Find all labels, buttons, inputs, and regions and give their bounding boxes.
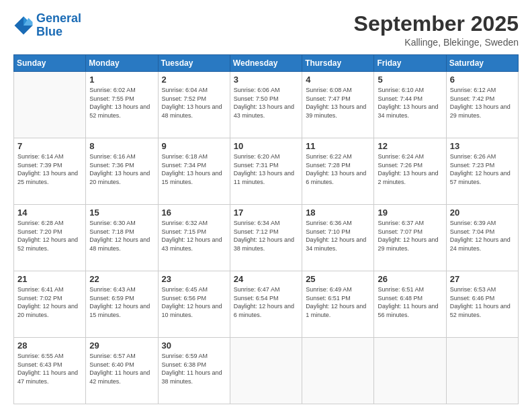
day-info: Sunrise: 6:41 AMSunset: 7:02 PMDaylight:…: [17, 285, 82, 319]
day-info: Sunrise: 6:08 AMSunset: 7:47 PMDaylight:…: [306, 86, 370, 120]
day-info: Sunrise: 6:10 AMSunset: 7:44 PMDaylight:…: [378, 86, 442, 120]
page: General Blue September 2025 Kallinge, Bl…: [0, 0, 532, 411]
day-info: Sunrise: 6:43 AMSunset: 6:59 PMDaylight:…: [89, 285, 154, 319]
day-number: 2: [162, 75, 226, 85]
logo-blue: Blue: [36, 25, 62, 38]
calendar-cell: 12 Sunrise: 6:24 AMSunset: 7:26 PMDaylig…: [374, 138, 446, 205]
day-info: Sunrise: 6:55 AMSunset: 6:43 PMDaylight:…: [17, 352, 82, 385]
day-number: 18: [306, 208, 370, 218]
header-friday: Friday: [374, 55, 446, 72]
day-number: 12: [378, 141, 442, 151]
calendar-cell: 29 Sunrise: 6:57 AMSunset: 6:40 PMDaylig…: [86, 338, 158, 404]
calendar-cell: 13 Sunrise: 6:26 AMSunset: 7:23 PMDaylig…: [446, 138, 518, 205]
day-number: 7: [17, 141, 82, 151]
calendar-cell: [302, 338, 374, 404]
calendar-cell: 22 Sunrise: 6:43 AMSunset: 6:59 PMDaylig…: [86, 271, 158, 338]
calendar-cell: [230, 338, 302, 404]
calendar-table: Sunday Monday Tuesday Wednesday Thursday…: [13, 54, 519, 404]
calendar-week-row-1: 1 Sunrise: 6:02 AMSunset: 7:55 PMDayligh…: [14, 72, 519, 138]
calendar-cell: 14 Sunrise: 6:28 AMSunset: 7:20 PMDaylig…: [14, 205, 86, 271]
day-number: 17: [234, 208, 298, 218]
logo-icon: [13, 15, 34, 36]
calendar-cell: 17 Sunrise: 6:34 AMSunset: 7:12 PMDaylig…: [230, 205, 302, 271]
day-number: 3: [234, 75, 298, 85]
calendar-cell: 26 Sunrise: 6:51 AMSunset: 6:48 PMDaylig…: [374, 271, 446, 338]
day-info: Sunrise: 6:26 AMSunset: 7:23 PMDaylight:…: [450, 152, 515, 186]
day-number: 30: [162, 340, 226, 351]
day-info: Sunrise: 6:30 AMSunset: 7:18 PMDaylight:…: [89, 219, 154, 253]
calendar-cell: [14, 72, 86, 138]
day-number: 15: [89, 208, 154, 218]
day-info: Sunrise: 6:32 AMSunset: 7:15 PMDaylight:…: [162, 219, 226, 253]
day-number: 10: [234, 141, 298, 151]
calendar-cell: 27 Sunrise: 6:53 AMSunset: 6:46 PMDaylig…: [446, 271, 518, 338]
logo-text: General Blue: [36, 12, 81, 39]
calendar-week-row-5: 28 Sunrise: 6:55 AMSunset: 6:43 PMDaylig…: [14, 338, 519, 404]
day-info: Sunrise: 6:57 AMSunset: 6:40 PMDaylight:…: [89, 352, 154, 385]
day-number: 5: [378, 75, 442, 85]
day-number: 6: [450, 75, 515, 85]
calendar-cell: 23 Sunrise: 6:45 AMSunset: 6:56 PMDaylig…: [158, 271, 230, 338]
day-info: Sunrise: 6:47 AMSunset: 6:54 PMDaylight:…: [234, 285, 298, 319]
calendar-week-row-4: 21 Sunrise: 6:41 AMSunset: 7:02 PMDaylig…: [14, 271, 519, 338]
day-info: Sunrise: 6:45 AMSunset: 6:56 PMDaylight:…: [162, 285, 226, 319]
day-number: 23: [162, 274, 226, 284]
header-monday: Monday: [86, 55, 158, 72]
day-info: Sunrise: 6:16 AMSunset: 7:36 PMDaylight:…: [89, 152, 154, 186]
day-number: 13: [450, 141, 515, 151]
day-info: Sunrise: 6:49 AMSunset: 6:51 PMDaylight:…: [306, 285, 370, 319]
day-info: Sunrise: 6:12 AMSunset: 7:42 PMDaylight:…: [450, 86, 515, 120]
day-info: Sunrise: 6:06 AMSunset: 7:50 PMDaylight:…: [234, 86, 298, 120]
calendar-cell: 19 Sunrise: 6:37 AMSunset: 7:07 PMDaylig…: [374, 205, 446, 271]
title-block: September 2025 Kallinge, Blekinge, Swede…: [354, 12, 519, 48]
day-number: 24: [234, 274, 298, 284]
day-info: Sunrise: 6:14 AMSunset: 7:39 PMDaylight:…: [17, 152, 82, 186]
day-info: Sunrise: 6:51 AMSunset: 6:48 PMDaylight:…: [378, 285, 442, 319]
day-info: Sunrise: 6:59 AMSunset: 6:38 PMDaylight:…: [162, 352, 226, 385]
day-info: Sunrise: 6:20 AMSunset: 7:31 PMDaylight:…: [234, 152, 298, 186]
day-info: Sunrise: 6:36 AMSunset: 7:10 PMDaylight:…: [306, 219, 370, 253]
calendar-cell: 25 Sunrise: 6:49 AMSunset: 6:51 PMDaylig…: [302, 271, 374, 338]
day-info: Sunrise: 6:37 AMSunset: 7:07 PMDaylight:…: [378, 219, 442, 253]
month-title: September 2025: [354, 12, 519, 36]
day-number: 19: [378, 208, 442, 218]
day-number: 9: [162, 141, 226, 151]
day-info: Sunrise: 6:39 AMSunset: 7:04 PMDaylight:…: [450, 219, 515, 253]
calendar-cell: 4 Sunrise: 6:08 AMSunset: 7:47 PMDayligh…: [302, 72, 374, 138]
calendar-cell: [446, 338, 518, 404]
calendar-cell: 20 Sunrise: 6:39 AMSunset: 7:04 PMDaylig…: [446, 205, 518, 271]
calendar-cell: 8 Sunrise: 6:16 AMSunset: 7:36 PMDayligh…: [86, 138, 158, 205]
logo-general: General: [36, 11, 81, 25]
calendar-cell: 21 Sunrise: 6:41 AMSunset: 7:02 PMDaylig…: [14, 271, 86, 338]
day-info: Sunrise: 6:53 AMSunset: 6:46 PMDaylight:…: [450, 285, 515, 319]
day-number: 22: [89, 274, 154, 284]
calendar-cell: 18 Sunrise: 6:36 AMSunset: 7:10 PMDaylig…: [302, 205, 374, 271]
day-info: Sunrise: 6:28 AMSunset: 7:20 PMDaylight:…: [17, 219, 82, 253]
calendar-cell: [374, 338, 446, 404]
day-info: Sunrise: 6:02 AMSunset: 7:55 PMDaylight:…: [89, 86, 154, 120]
day-number: 11: [306, 141, 370, 151]
day-info: Sunrise: 6:18 AMSunset: 7:34 PMDaylight:…: [162, 152, 226, 186]
calendar-cell: 30 Sunrise: 6:59 AMSunset: 6:38 PMDaylig…: [158, 338, 230, 404]
calendar-cell: 1 Sunrise: 6:02 AMSunset: 7:55 PMDayligh…: [86, 72, 158, 138]
calendar-cell: 6 Sunrise: 6:12 AMSunset: 7:42 PMDayligh…: [446, 72, 518, 138]
day-number: 1: [89, 75, 154, 85]
location: Kallinge, Blekinge, Sweden: [354, 37, 519, 48]
calendar-cell: 7 Sunrise: 6:14 AMSunset: 7:39 PMDayligh…: [14, 138, 86, 205]
day-number: 21: [17, 274, 82, 284]
calendar-cell: 16 Sunrise: 6:32 AMSunset: 7:15 PMDaylig…: [158, 205, 230, 271]
header-tuesday: Tuesday: [158, 55, 230, 72]
day-number: 28: [17, 340, 82, 351]
day-number: 26: [378, 274, 442, 284]
calendar-cell: 28 Sunrise: 6:55 AMSunset: 6:43 PMDaylig…: [14, 338, 86, 404]
day-number: 14: [17, 208, 82, 218]
day-info: Sunrise: 6:24 AMSunset: 7:26 PMDaylight:…: [378, 152, 442, 186]
day-number: 4: [306, 75, 370, 85]
day-number: 16: [162, 208, 226, 218]
calendar-cell: 2 Sunrise: 6:04 AMSunset: 7:52 PMDayligh…: [158, 72, 230, 138]
day-info: Sunrise: 6:22 AMSunset: 7:28 PMDaylight:…: [306, 152, 370, 186]
calendar-cell: 11 Sunrise: 6:22 AMSunset: 7:28 PMDaylig…: [302, 138, 374, 205]
header: General Blue September 2025 Kallinge, Bl…: [13, 12, 519, 48]
weekday-header-row: Sunday Monday Tuesday Wednesday Thursday…: [14, 55, 519, 72]
calendar-cell: 9 Sunrise: 6:18 AMSunset: 7:34 PMDayligh…: [158, 138, 230, 205]
